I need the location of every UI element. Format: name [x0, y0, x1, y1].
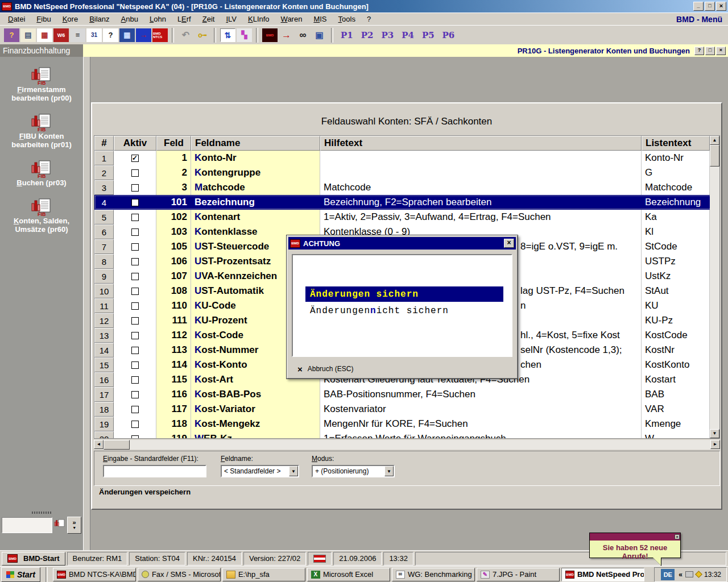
calculator-icon[interactable]: ▦ — [119, 28, 135, 42]
aktiv-checkbox[interactable] — [131, 406, 139, 413]
table-row[interactable]: 17116Kost-BAB-PosBAB-Positionsnummer, F4… — [94, 387, 719, 402]
menu-item[interactable]: Bilanz — [84, 14, 115, 24]
aktiv-checkbox[interactable] — [131, 361, 139, 369]
language-indicator[interactable]: DE — [661, 569, 675, 580]
taskbar-button[interactable]: BMDBMD NetSpeed Prof... — [561, 568, 644, 581]
preset-button-p2[interactable]: P2 — [357, 30, 378, 40]
scroll-thumb[interactable] — [710, 145, 719, 167]
scroll-up-arrow[interactable] — [710, 136, 719, 145]
tray-app-icon[interactable] — [695, 571, 702, 578]
aktiv-checkbox[interactable] — [131, 332, 139, 339]
table-row[interactable]: 18117Kost-VariatorKostenvariatorVAR — [94, 402, 719, 417]
column-header-feldname[interactable]: Feldname — [191, 136, 320, 151]
hscroll-thumb[interactable] — [104, 440, 130, 450]
menu-item[interactable]: Kore — [57, 14, 84, 24]
modus-select[interactable]: + (Positionierung) — [312, 465, 395, 477]
doc-close-button[interactable]: × — [716, 47, 726, 55]
minimize-button[interactable] — [693, 2, 704, 11]
dialog-option[interactable]: Änderungen nicht sichern — [305, 303, 503, 318]
sidebar-item[interactable]: FIBFirmenstammbearbeiten (pr00) — [11, 67, 71, 102]
aktiv-checkbox[interactable] — [131, 302, 139, 310]
bmd-ntcs-icon[interactable]: BMD NTCS — [152, 28, 168, 42]
menu-item[interactable]: LErf — [172, 14, 197, 24]
binoculars-icon[interactable]: ∞ — [295, 28, 311, 42]
calendar-31-icon[interactable]: 31 — [86, 28, 102, 42]
column-header-[interactable]: # — [94, 136, 114, 151]
sidebar-scrollbar[interactable] — [83, 57, 90, 550]
aktiv-checkbox[interactable] — [131, 288, 139, 295]
aktiv-checkbox[interactable]: ✓ — [131, 155, 139, 162]
taskbar-button[interactable]: Fax / SMS - Microsoft ... — [138, 568, 221, 581]
preset-button-p3[interactable]: P3 — [377, 30, 398, 40]
preset-button-p6[interactable]: P6 — [439, 30, 459, 40]
aktiv-checkbox[interactable] — [131, 435, 139, 439]
more-button[interactable]: »▼ — [67, 517, 81, 534]
help-book-icon[interactable]: ? — [4, 28, 19, 42]
start-button[interactable]: Start — [1, 567, 40, 582]
tray-chevron-icon[interactable]: « — [679, 571, 682, 579]
balloon-close-icon[interactable] — [675, 534, 680, 539]
aktiv-checkbox[interactable] — [131, 347, 139, 354]
sidebar-item[interactable]: FIBFIBU Kontenbearbeiten (pr01) — [11, 114, 71, 149]
scroll-left-arrow[interactable] — [94, 440, 104, 449]
horizontal-scrollbar[interactable] — [94, 440, 720, 450]
menu-item[interactable]: Lohn — [144, 14, 172, 24]
menu-item[interactable]: Tools — [333, 14, 361, 24]
dialog-close-icon[interactable] — [504, 239, 514, 248]
sidebar-grip[interactable] — [32, 512, 52, 514]
column-header-feld[interactable]: Feld — [156, 136, 191, 151]
notification-balloon[interactable]: Sie haben 52 neue Anrufe! — [589, 533, 681, 558]
printer-icon[interactable]: ≡ — [70, 28, 85, 42]
doc-restore-button[interactable]: □ — [705, 47, 715, 55]
goto-arrow-icon[interactable]: → — [279, 28, 294, 42]
aktiv-checkbox[interactable] — [131, 376, 139, 384]
aktiv-checkbox[interactable] — [131, 391, 139, 398]
menu-item[interactable]: ? — [361, 14, 377, 24]
table-row[interactable]: 33MatchcodeMatchcodeMatchcode — [94, 180, 719, 195]
preset-button-p1[interactable]: P1 — [337, 30, 357, 40]
preset-button-p5[interactable]: P5 — [418, 30, 439, 40]
taskbar-button[interactable]: BMDBMD NTCS-KA\BMD:BMD — [53, 568, 136, 581]
table-row[interactable]: 5102Kontenart1=Aktiv, 2=Passiv, 3=Aufwan… — [94, 210, 719, 225]
address-book-icon[interactable]: ▤ — [20, 28, 36, 42]
preset-button-p4[interactable]: P4 — [398, 30, 418, 40]
scroll-down-arrow[interactable] — [710, 429, 719, 438]
aktiv-checkbox[interactable] — [131, 273, 139, 280]
calendar-grid-icon[interactable]: ▦ — [37, 28, 52, 42]
undo-icon[interactable]: ↶ — [178, 28, 193, 42]
dropdown-arrow-icon[interactable] — [384, 466, 394, 476]
help-bubble-icon[interactable]: ? — [103, 28, 118, 42]
tray-printer-icon[interactable] — [685, 571, 693, 577]
aktiv-checkbox[interactable] — [131, 228, 139, 236]
dialog-option[interactable]: Änderungen sichern — [305, 286, 503, 302]
dialog-title-bar[interactable]: BMD ACHTUNG — [288, 237, 516, 250]
aktiv-checkbox[interactable] — [131, 169, 139, 177]
taskbar-button[interactable]: XMicrosoft Excel — [307, 568, 390, 581]
bmd-start-button[interactable]: BMD BMD-Start — [2, 552, 65, 566]
exit-icon[interactable]: → — [136, 28, 151, 42]
close-button[interactable] — [716, 2, 726, 11]
sidebar-item[interactable]: FIBKonten, Salden,Umsätze (pr60) — [14, 198, 69, 234]
restore-button[interactable] — [705, 2, 715, 11]
menu-item[interactable]: MIS — [308, 14, 332, 24]
vertical-scrollbar[interactable] — [710, 136, 719, 438]
dialog-footer[interactable]: Abbruch (ESC) — [288, 361, 516, 376]
scroll-right-arrow[interactable] — [710, 440, 720, 449]
menu-item[interactable]: ILV — [220, 14, 242, 24]
menu-item[interactable]: Datei — [2, 14, 31, 24]
bmd-menu-label[interactable]: BMD - Menü — [676, 15, 728, 24]
table-row[interactable]: 22KontengruppeG — [94, 165, 719, 180]
table-row[interactable]: 20119WEB-Kz1=Erfassen Werte für Warenein… — [94, 431, 719, 439]
taskbar-button[interactable]: ✎7.JPG - Paint — [477, 568, 560, 581]
dropdown-arrow-icon[interactable] — [289, 466, 298, 476]
aktiv-checkbox[interactable] — [131, 317, 139, 325]
aktiv-checkbox[interactable] — [131, 214, 139, 221]
module-icon[interactable]: W6 — [53, 28, 69, 42]
fields-icon[interactable]: ▚ — [237, 28, 252, 42]
standard-fields-input[interactable] — [103, 465, 206, 477]
table-row[interactable]: 4101BezeichnungBezeichnung, F2=Sprachen … — [94, 195, 719, 210]
doc-help-button[interactable]: ? — [694, 47, 704, 55]
taskbar-button[interactable]: E:\hp_sfa — [222, 568, 305, 581]
menu-item[interactable]: Fibu — [31, 14, 56, 24]
key-icon[interactable]: o╼ — [195, 28, 210, 42]
